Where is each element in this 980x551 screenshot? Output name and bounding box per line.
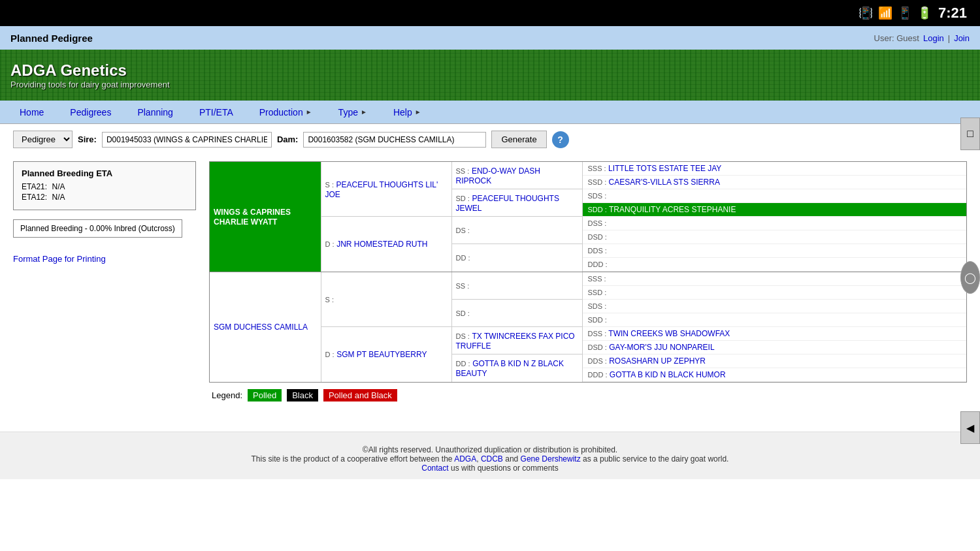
menu-bar: Home Pedigrees Planning PTI/ETA Producti… — [0, 101, 980, 124]
top-nav: Planned Pedigree User: Guest Login | Joi… — [0, 26, 980, 50]
signal-icon: 📱 — [898, 6, 912, 20]
dss-cell: DSS : — [582, 217, 966, 230]
contact-link[interactable]: Contact — [421, 464, 448, 473]
dam-dss-cell: DSS : TWIN CREEKS WB SHADOWFAX — [582, 327, 966, 341]
dam-ddd-link[interactable]: GOTTA B KID N BLACK HUMOR — [610, 370, 726, 379]
sire-section: WINGS & CAPRINES CHARLIE WYATT S : PEACE… — [209, 161, 967, 272]
login-link[interactable]: Login — [923, 33, 944, 43]
generate-button[interactable]: Generate — [491, 131, 546, 148]
sire-name-link[interactable]: WINGS & CAPRINES CHARLIE WYATT — [214, 208, 291, 227]
dam-dsd-cell: DSD : GAY-MOR'S JJU NONPAREIL — [582, 341, 966, 354]
legend-polled-and-black: Polled and Black — [323, 389, 397, 401]
eta21-row: ETA21: N/A — [22, 182, 188, 191]
dam-input[interactable] — [303, 132, 486, 148]
ssd-link[interactable]: CAESAR'S-VILLA STS SIERRA — [609, 178, 720, 187]
dam-dd-link[interactable]: GOTTA B KID N Z BLACK BEAUTY — [456, 359, 564, 378]
menu-planning[interactable]: Planning — [124, 101, 186, 124]
battery-icon: 🔋 — [917, 6, 932, 20]
dam-dss-link[interactable]: TWIN CREEKS WB SHADOWFAX — [608, 329, 730, 338]
menu-help[interactable]: Help ► — [380, 101, 434, 124]
menu-pedigrees[interactable]: Pedigrees — [57, 101, 124, 124]
top-nav-right: User: Guest Login | Join — [874, 33, 970, 43]
ss-label: SS : — [456, 167, 470, 175]
dam-ddd-cell: DDD : GOTTA B KID N BLACK HUMOR — [582, 368, 966, 382]
separator: | — [948, 33, 950, 43]
sdd-cell: SDD : TRANQUILITY ACRES STEPHANIE — [582, 203, 966, 217]
pedigree-area: WINGS & CAPRINES CHARLIE WYATT S : PEACE… — [209, 161, 967, 401]
ddd-cell-sire: DDD : — [582, 258, 966, 272]
menu-home[interactable]: Home — [7, 101, 57, 124]
legend-black: Black — [287, 389, 318, 401]
inbred-label: Planned Breeding - 0.00% Inbred (Outcros… — [20, 224, 175, 233]
site-subtitle: Providing tools for dairy goat improveme… — [10, 80, 980, 89]
dsd-cell: DSD : — [582, 230, 966, 244]
side-button-back[interactable]: ◀ — [960, 411, 980, 444]
sd-name-link[interactable]: PEACEFUL THOUGHTS JEWEL — [456, 194, 559, 213]
help-icon[interactable]: ? — [552, 131, 569, 148]
breeding-eta-box: Planned Breeding ETA ETA21: N/A ETA12: N… — [13, 161, 196, 210]
dam-section: SGM DUCHESS CAMILLA S : SS : SSS : — [209, 272, 967, 383]
d-name-link[interactable]: JNR HOMESTEAD RUTH — [336, 240, 427, 249]
eta21-value: N/A — [52, 182, 65, 191]
sss-link[interactable]: LITTLE TOTS ESTATE TEE JAY — [608, 164, 721, 173]
cdcb-link[interactable]: CDCB — [481, 454, 503, 464]
header-banner: ADGA Genetics Providing tools for dairy … — [0, 50, 980, 101]
menu-type[interactable]: Type ► — [325, 101, 380, 124]
footer-line2: This site is the product of a cooperativ… — [7, 454, 973, 464]
dam-ds-link[interactable]: TX TWINCREEKS FAX PICO TRUFFLE — [456, 332, 575, 351]
form-row: Pedigree Sire: Dam: Generate ? — [0, 124, 980, 151]
adga-link[interactable]: ADGA — [454, 454, 476, 464]
footer-copyright: ©All rights reserved. Unauthorized dupli… — [7, 445, 973, 454]
sire-input[interactable] — [102, 132, 272, 148]
left-panel: Planned Breeding ETA ETA21: N/A ETA12: N… — [13, 161, 196, 401]
dam-sds-cell: SDS : — [582, 300, 966, 313]
dam-label: Dam: — [277, 134, 299, 144]
sire-label: Sire: — [78, 134, 97, 144]
side-button-top[interactable]: □ — [960, 118, 980, 150]
sdd-link[interactable]: TRANQUILITY ACRES STEPHANIE — [609, 205, 736, 214]
breeding-eta-title: Planned Breeding ETA — [22, 168, 188, 178]
status-time: 7:21 — [938, 5, 967, 22]
inbred-box: Planned Breeding - 0.00% Inbred (Outcros… — [13, 219, 182, 238]
dam-dds-cell: DDS : ROSASHARN UP ZEPHYR — [582, 354, 966, 368]
ssd-cell: SSD : CAESAR'S-VILLA STS SIERRA — [582, 176, 966, 189]
join-link[interactable]: Join — [954, 33, 970, 43]
dam-pedigree-table: SGM DUCHESS CAMILLA S : SS : SSS : — [210, 272, 966, 382]
s-label: S : — [325, 181, 334, 189]
status-bar: 📳 📶 📱 🔋 7:21 — [0, 0, 980, 26]
production-arrow-icon: ► — [306, 108, 312, 116]
d-label: D : — [325, 240, 335, 248]
footer: ©All rights reserved. Unauthorized dupli… — [0, 432, 980, 479]
back-arrow-icon: ◀ — [966, 422, 974, 434]
main-content: Planned Breeding ETA ETA21: N/A ETA12: N… — [0, 151, 980, 412]
dam-sss-cell: SSS : — [582, 272, 966, 286]
sss-cell: SSS : LITTLE TOTS ESTATE TEE JAY — [582, 162, 966, 176]
dam-ssd-cell: SSD : — [582, 286, 966, 300]
s-name-link[interactable]: PEACEFUL THOUGHTS LIL' JOE — [325, 180, 438, 199]
gene-link[interactable]: Gene Dershewitz — [521, 454, 581, 464]
pedigree-dropdown[interactable]: Pedigree — [13, 131, 73, 148]
user-label: User: Guest — [874, 33, 919, 43]
vibrate-icon: 📳 — [858, 6, 873, 20]
footer-line3: Contact us with questions or comments — [7, 464, 973, 473]
legend-polled: Polled — [248, 389, 282, 401]
sd-label: SD : — [456, 195, 470, 202]
eta12-label: ETA12: — [22, 193, 47, 202]
sire-pedigree-table: WINGS & CAPRINES CHARLIE WYATT S : PEACE… — [210, 162, 966, 272]
dam-d-link[interactable]: SGM PT BEAUTYBERRY — [336, 350, 427, 359]
menu-pti-eta[interactable]: PTI/ETA — [186, 101, 246, 124]
menu-production[interactable]: Production ► — [246, 101, 325, 124]
circle-icon: ◯ — [964, 272, 976, 284]
type-arrow-icon: ► — [361, 108, 367, 116]
legend-label: Legend: — [212, 390, 242, 400]
print-link[interactable]: Format Page for Printing — [13, 254, 106, 264]
legend: Legend: Polled Black Polled and Black — [209, 389, 967, 401]
dam-dsd-link[interactable]: GAY-MOR'S JJU NONPAREIL — [609, 343, 714, 352]
eta12-value: N/A — [52, 193, 65, 202]
dam-dds-link[interactable]: ROSASHARN UP ZEPHYR — [609, 356, 706, 366]
dam-name-link[interactable]: SGM DUCHESS CAMILLA — [214, 323, 308, 332]
site-title: ADGA Genetics — [10, 61, 980, 80]
page-title: Planned Pedigree — [10, 33, 93, 44]
status-icons: 📳 📶 📱 🔋 — [858, 6, 932, 20]
side-button-mid[interactable]: ◯ — [960, 261, 980, 294]
